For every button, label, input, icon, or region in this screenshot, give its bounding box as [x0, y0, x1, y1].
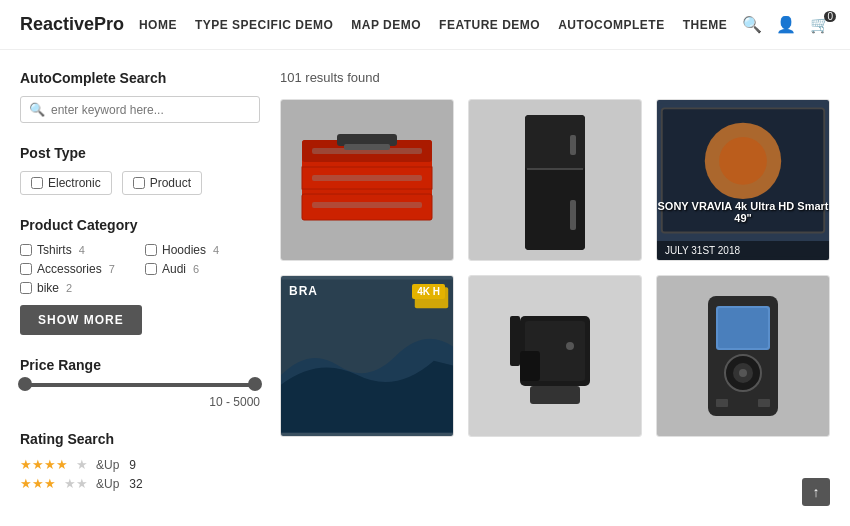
slider-thumb-left[interactable]: [18, 377, 32, 391]
user-icon[interactable]: 👤: [776, 15, 796, 34]
post-type-options: Electronic Product: [20, 171, 260, 195]
svg-rect-28: [530, 386, 580, 404]
stars-2-empty: ★★: [64, 476, 88, 491]
svg-point-34: [739, 369, 747, 377]
wave-tv-badge: 4K H: [412, 284, 445, 299]
product-image-2: [469, 100, 641, 260]
product-card-6[interactable]: [656, 275, 830, 437]
fridge-svg: [515, 110, 595, 250]
post-type-electronic-label: Electronic: [48, 176, 101, 190]
cart-icon[interactable]: 🛒0: [810, 15, 830, 34]
rating-search-title: Rating Search: [20, 431, 260, 447]
category-tshirts[interactable]: Tshirts 4: [20, 243, 135, 257]
cat-accessories-cb[interactable]: [20, 263, 32, 275]
wave-tv-brand: BRA: [289, 284, 318, 298]
cat-audi-label: Audi: [162, 262, 186, 276]
rating-label-2: &Up: [96, 477, 119, 491]
product-image-6: [657, 276, 829, 436]
slider-fill: [25, 383, 255, 387]
main-layout: AutoComplete Search 🔍 Post Type Electron…: [0, 50, 850, 526]
rating-row-1[interactable]: ★★★★★ &Up 9: [20, 457, 260, 472]
results-count: 101 results found: [280, 70, 830, 85]
svg-rect-14: [570, 200, 576, 230]
search-icon[interactable]: 🔍: [742, 15, 762, 34]
search-box-icon: 🔍: [29, 102, 45, 117]
wave-tv-svg: [281, 276, 453, 436]
category-hoodies[interactable]: Hoodies 4: [145, 243, 260, 257]
toolbox-svg: [292, 130, 442, 230]
nav-autocomplete[interactable]: AUTOCOMPLETE: [558, 18, 664, 32]
svg-rect-7: [312, 202, 422, 208]
product-card-4[interactable]: 4K H BRA: [280, 275, 454, 437]
cat-audi-cb[interactable]: [145, 263, 157, 275]
nav-feature-demo[interactable]: FEATURE DEMO: [439, 18, 540, 32]
product-category-section: Product Category Tshirts 4 Hoodies 4 Acc…: [20, 217, 260, 335]
svg-rect-35: [716, 399, 728, 407]
autocomplete-search-section: AutoComplete Search 🔍: [20, 70, 260, 123]
cat-hoodies-cb[interactable]: [145, 244, 157, 256]
main-nav: HOME TYPE SPECIFIC DEMO MAP DEMO FEATURE…: [139, 18, 727, 32]
category-bike[interactable]: bike 2: [20, 281, 135, 295]
product-image-5: [469, 276, 641, 436]
svg-rect-31: [718, 308, 768, 348]
product-image-1: [281, 100, 453, 260]
product-card-2[interactable]: [468, 99, 642, 261]
cat-tshirts-count: 4: [79, 244, 85, 256]
post-type-product-label: Product: [150, 176, 191, 190]
category-accessories[interactable]: Accessories 7: [20, 262, 135, 276]
tv-date-label: JULY 31ST 2018: [657, 241, 829, 260]
product-card-3[interactable]: SONY VRAVIA 4k Ultra HD Smart 49" JULY 3…: [656, 99, 830, 261]
svg-point-27: [566, 342, 574, 350]
cat-tshirts-label: Tshirts: [37, 243, 72, 257]
nav-type-specific-demo[interactable]: TYPE SPECIFIC DEMO: [195, 18, 333, 32]
cat-hoodies-count: 4: [213, 244, 219, 256]
svg-rect-8: [344, 144, 390, 150]
slider-track: [20, 383, 260, 387]
tv-overlay-text: SONY VRAVIA 4k Ultra HD Smart 49": [657, 200, 829, 224]
rating-row-2[interactable]: ★★★★★ &Up 32: [20, 476, 260, 491]
search-input[interactable]: [51, 103, 251, 117]
autocomplete-search-title: AutoComplete Search: [20, 70, 260, 86]
stars-1-empty: ★: [76, 457, 88, 472]
nav-theme[interactable]: THEME: [683, 18, 728, 32]
slider-thumb-right[interactable]: [248, 377, 262, 391]
svg-rect-24: [520, 351, 540, 381]
cat-tshirts-cb[interactable]: [20, 244, 32, 256]
rating-count-2: 32: [129, 477, 142, 491]
post-type-electronic[interactable]: Electronic: [20, 171, 112, 195]
nav-map-demo[interactable]: MAP DEMO: [351, 18, 421, 32]
svg-rect-12: [527, 168, 583, 170]
xbox-svg: [490, 296, 620, 416]
header: ReactivePro HOME TYPE SPECIFIC DEMO MAP …: [0, 0, 850, 50]
price-range-section: Price Range 10 - 5000: [20, 357, 260, 409]
show-more-button[interactable]: SHOW MORE: [20, 305, 142, 335]
logo: ReactivePro: [20, 14, 124, 35]
svg-rect-6: [312, 175, 422, 181]
cat-accessories-label: Accessories: [37, 262, 102, 276]
product-card-1[interactable]: [280, 99, 454, 261]
price-values: 10 - 5000: [20, 395, 260, 409]
search-box: 🔍: [20, 96, 260, 123]
product-card-5[interactable]: [468, 275, 642, 437]
sidebar: AutoComplete Search 🔍 Post Type Electron…: [20, 70, 260, 513]
cat-bike-cb[interactable]: [20, 282, 32, 294]
nav-home[interactable]: HOME: [139, 18, 177, 32]
rating-search-section: Rating Search ★★★★★ &Up 9 ★★★★★ &Up 32: [20, 431, 260, 491]
cat-bike-count: 2: [66, 282, 72, 294]
cat-hoodies-label: Hoodies: [162, 243, 206, 257]
post-type-product-checkbox[interactable]: [133, 177, 145, 189]
svg-rect-36: [758, 399, 770, 407]
post-type-section: Post Type Electronic Product: [20, 145, 260, 195]
scroll-top-button[interactable]: ↑: [802, 478, 830, 506]
price-range-title: Price Range: [20, 357, 260, 373]
main-content: 101 results found: [280, 70, 830, 513]
svg-rect-13: [570, 135, 576, 155]
svg-rect-26: [510, 316, 520, 366]
post-type-product[interactable]: Product: [122, 171, 202, 195]
stars-4-filled: ★★★★: [20, 457, 68, 472]
cat-audi-count: 6: [193, 263, 199, 275]
post-type-electronic-checkbox[interactable]: [31, 177, 43, 189]
category-audi[interactable]: Audi 6: [145, 262, 260, 276]
stars-3-filled: ★★★: [20, 476, 56, 491]
cart-count: 0: [824, 11, 836, 22]
